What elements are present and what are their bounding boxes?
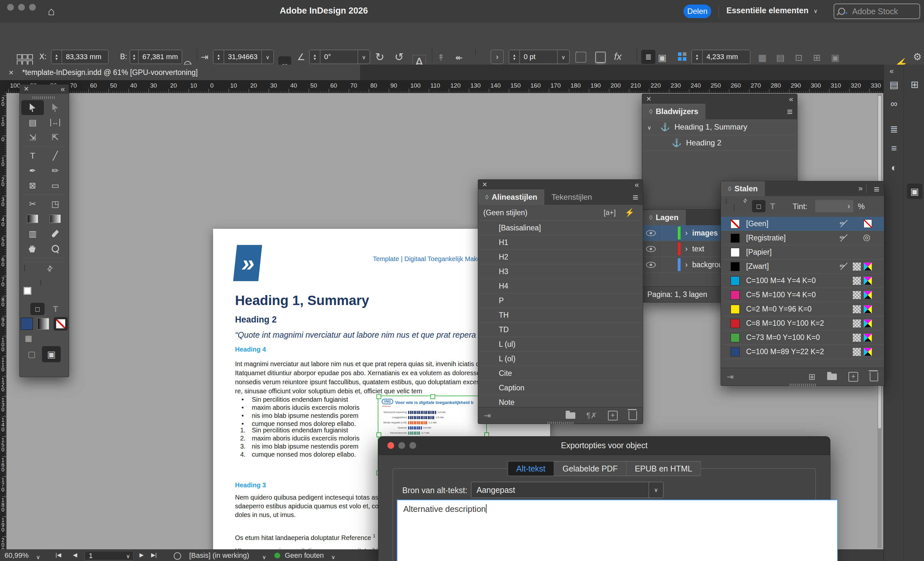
layer-expand-icon[interactable] bbox=[685, 229, 688, 238]
paragraph-style-row[interactable]: TH bbox=[478, 308, 643, 322]
hand-tool[interactable] bbox=[21, 241, 44, 256]
paragraph-style-row[interactable]: P bbox=[478, 293, 643, 308]
preflight-chevron-icon[interactable] bbox=[262, 553, 266, 561]
dialog-zoom-button[interactable] bbox=[410, 442, 416, 449]
page-tool[interactable]: ▤ bbox=[21, 115, 44, 130]
gap-tool[interactable]: ↔ bbox=[44, 115, 66, 130]
rotate-cw-icon[interactable]: ↻ bbox=[375, 50, 384, 63]
links-icon[interactable]: ∞ bbox=[884, 98, 904, 109]
tab-close-icon[interactable] bbox=[8, 68, 14, 77]
swatch-stroke-proxy[interactable] bbox=[734, 205, 735, 211]
fill-frame-icon[interactable]: ▦ bbox=[758, 53, 766, 63]
paragraph-style-row[interactable]: H1 bbox=[478, 235, 643, 250]
pen-tool[interactable]: ✒ bbox=[21, 163, 44, 178]
share-button[interactable]: Delen bbox=[684, 5, 711, 18]
stroke-weight-dropdown[interactable] bbox=[557, 50, 569, 64]
frame-tool[interactable]: ⊠ bbox=[21, 178, 44, 193]
effects-fx-icon[interactable]: fx bbox=[614, 51, 621, 62]
layer-lock-cell[interactable] bbox=[660, 225, 678, 241]
swatch-views-icon[interactable]: ⊞ bbox=[808, 372, 816, 382]
layer-expand-icon[interactable] bbox=[685, 244, 688, 253]
paragraph-style-row[interactable]: Caption bbox=[478, 381, 643, 395]
select-container-icon[interactable]: ↟ bbox=[437, 53, 445, 63]
paragraph-style-row[interactable]: TD bbox=[478, 322, 643, 337]
tab-paragraph-styles[interactable]: ◊Alineastijlen bbox=[478, 190, 544, 205]
rotation-field[interactable]: 0° bbox=[309, 50, 370, 64]
active-panel-icon[interactable]: ▣ bbox=[907, 183, 922, 199]
swatch-row[interactable]: [Registratie]◎ bbox=[721, 231, 884, 245]
line-tool[interactable]: ╱ bbox=[44, 148, 66, 163]
formatting-affects-container-button[interactable]: ◻ bbox=[30, 303, 45, 315]
swatches-menu-icon[interactable] bbox=[874, 184, 879, 195]
scale-x-field[interactable]: 31,94663 bbox=[213, 50, 274, 64]
swatch-panel-link-icon[interactable]: ⇥ bbox=[727, 372, 734, 382]
content-collector-tool[interactable]: ⇲ bbox=[21, 130, 44, 145]
dialog-tab-epub-en-html[interactable]: EPUB en HTML bbox=[626, 461, 701, 476]
new-style-icon[interactable] bbox=[608, 411, 618, 420]
panel-link-icon[interactable]: ⇥ bbox=[484, 411, 491, 421]
bookmarks-menu-icon[interactable] bbox=[787, 106, 793, 117]
dialog-titlebar[interactable]: Exportopties voor object bbox=[378, 436, 830, 455]
apply-none-button[interactable] bbox=[54, 317, 68, 331]
paragraph-style-row[interactable]: L (ul) bbox=[478, 337, 643, 352]
scissors-tool[interactable]: ✂ bbox=[21, 197, 44, 211]
fit-content-proportionally-icon[interactable]: ⊞ bbox=[813, 53, 820, 63]
paragraph-style-row[interactable]: H4 bbox=[478, 279, 643, 293]
alt-text-source-dropdown[interactable]: Aangepast bbox=[471, 482, 663, 498]
window-minimize-button[interactable] bbox=[18, 4, 25, 11]
wrap-offset-link-icon[interactable] bbox=[678, 53, 686, 61]
next-page-button[interactable]: ▶ bbox=[140, 552, 144, 558]
apply-color-button[interactable] bbox=[21, 318, 33, 330]
preflight-status[interactable]: Geen fouten bbox=[285, 551, 324, 560]
fill-options-button[interactable] bbox=[491, 50, 504, 64]
zoom-tool[interactable] bbox=[44, 241, 66, 256]
wrap-none-icon[interactable]: ≣ bbox=[641, 50, 656, 64]
normal-view-button[interactable]: ▢ bbox=[28, 349, 36, 359]
scale-x-stepper[interactable] bbox=[213, 50, 224, 64]
content-placer-tool[interactable]: ⇱ bbox=[44, 130, 66, 145]
default-fill-stroke-icon[interactable] bbox=[24, 287, 32, 295]
stroke-weight-field[interactable]: 0 pt bbox=[509, 50, 570, 64]
horizontal-ruler[interactable]: 1009080706050403020100102030405060708090… bbox=[6, 80, 884, 93]
layer-lock-cell[interactable] bbox=[660, 241, 678, 257]
swatch-fill-proxy[interactable] bbox=[726, 199, 727, 205]
dialog-tab-alt-tekst[interactable]: Alt-tekst bbox=[507, 461, 554, 476]
swatch-row[interactable]: [Geen] bbox=[721, 217, 884, 231]
gear-icon[interactable]: ⚙ bbox=[913, 51, 922, 62]
tab-layers[interactable]: ◊Lagen bbox=[642, 210, 686, 225]
home-icon[interactable]: ⌂ bbox=[48, 5, 55, 18]
chevron-down-icon[interactable] bbox=[814, 8, 818, 15]
workspace-switcher[interactable]: Essentiële elementen bbox=[726, 6, 808, 15]
style-none-row[interactable]: (Geen stijlen) [a+] ⚡ bbox=[478, 205, 643, 221]
corner-options-icon[interactable] bbox=[575, 52, 586, 63]
preview-mode-button[interactable]: ▣ bbox=[42, 346, 61, 362]
styles-resize-handle[interactable] bbox=[548, 422, 573, 424]
center-content-icon[interactable]: ▣ bbox=[831, 53, 839, 63]
swatches-resize-handle[interactable] bbox=[790, 384, 816, 386]
select-previous-icon[interactable]: ↞ bbox=[455, 53, 463, 63]
swatch-row[interactable]: C=8 M=100 Y=100 K=2 bbox=[721, 316, 884, 331]
wrap-bounding-box-icon[interactable]: ▣ bbox=[658, 53, 666, 63]
tab-character-styles[interactable]: Tekenstijlen bbox=[544, 190, 599, 205]
dialog-close-button[interactable] bbox=[387, 442, 394, 449]
errors-chevron-icon[interactable] bbox=[331, 553, 335, 561]
stroke-weight-stepper[interactable] bbox=[509, 50, 520, 64]
width-stepper[interactable] bbox=[130, 50, 138, 64]
swatch-row[interactable]: C=100 M=4 Y=4 K=0 bbox=[721, 274, 884, 288]
paragraph-style-row[interactable]: L (ol) bbox=[478, 352, 643, 366]
fill-proxy-swatch[interactable] bbox=[24, 265, 25, 271]
last-page-button[interactable]: ▶| bbox=[151, 552, 157, 558]
ruler-corner[interactable] bbox=[0, 80, 7, 93]
tiles-icon[interactable]: ⊞ bbox=[905, 79, 924, 90]
layer-expand-icon[interactable] bbox=[685, 260, 688, 269]
type-tool[interactable]: T bbox=[21, 148, 44, 163]
styles-menu-icon[interactable] bbox=[633, 192, 638, 203]
tint-field[interactable] bbox=[815, 200, 853, 212]
eyedropper-tool[interactable] bbox=[44, 226, 66, 241]
pencil-tool[interactable]: ✏ bbox=[44, 163, 66, 178]
styles-panel-header[interactable] bbox=[478, 180, 643, 190]
note-tool[interactable]: ▥ bbox=[21, 226, 44, 241]
page-number-field[interactable]: 1 bbox=[85, 551, 134, 560]
zoom-level[interactable]: 60,99% bbox=[4, 551, 29, 560]
visibility-eye-icon[interactable] bbox=[642, 241, 660, 257]
